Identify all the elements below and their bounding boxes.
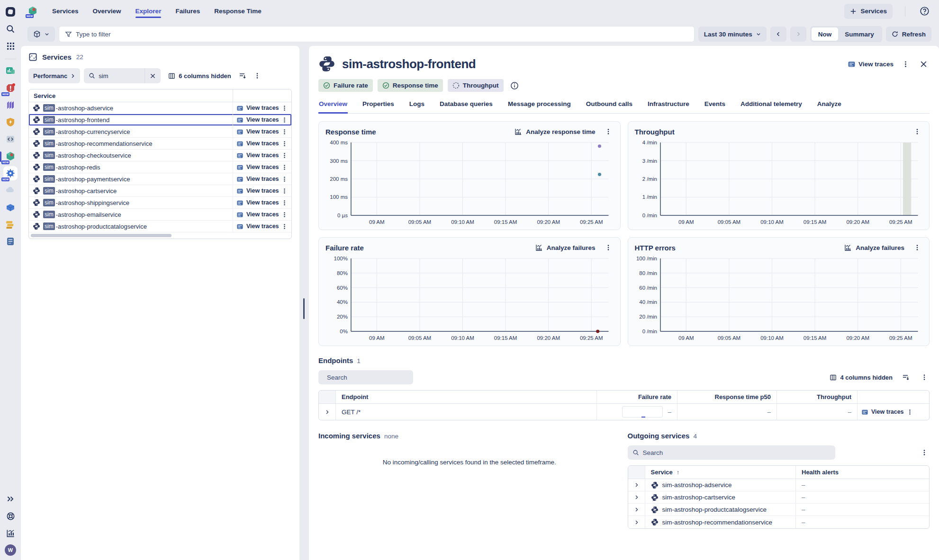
tab-outbound-calls[interactable]: Outbound calls <box>586 99 633 114</box>
view-traces-button[interactable]: View traces <box>236 116 279 124</box>
services-app-small-icon[interactable]: NEW <box>27 6 39 17</box>
services-table-menu[interactable] <box>252 71 262 81</box>
service-row-menu[interactable] <box>280 116 289 124</box>
service-row[interactable]: sim-astroshop-frontendView traces <box>29 114 291 126</box>
dashboards-app-icon[interactable] <box>3 64 18 78</box>
endpoint-column-header[interactable]: Endpoint <box>336 393 596 400</box>
service-row[interactable]: sim-astroshop-recommendationserviceView … <box>29 138 291 150</box>
chart-menu[interactable] <box>603 126 614 137</box>
tab-additional-telemetry[interactable]: Additional telemetry <box>740 99 803 114</box>
now-toggle[interactable]: Now <box>812 27 839 41</box>
support-icon[interactable] <box>3 509 18 523</box>
chart-menu[interactable] <box>912 242 922 253</box>
scrollbar-thumb[interactable] <box>31 234 172 237</box>
view-traces-button[interactable]: View traces <box>236 223 279 230</box>
endpoints-menu[interactable] <box>919 372 930 382</box>
view-traces-button[interactable]: View traces <box>848 60 894 68</box>
user-avatar[interactable]: W <box>3 543 18 557</box>
help-icon[interactable] <box>918 4 931 18</box>
service-row[interactable]: sim-astroshop-redisView traces <box>29 161 291 173</box>
view-traces-button[interactable]: View traces <box>236 211 279 218</box>
service-row-menu[interactable] <box>280 222 289 231</box>
close-panel-button[interactable] <box>918 58 930 70</box>
tab-analyze[interactable]: Analyze <box>817 99 842 114</box>
tab-database-queries[interactable]: Database queries <box>439 99 493 114</box>
security-app-icon[interactable] <box>3 115 18 129</box>
expand-endpoint-button[interactable] <box>319 404 336 420</box>
nav-item-explorer[interactable]: Explorer <box>135 1 163 21</box>
nav-item-response-time[interactable]: Response Time <box>213 1 262 21</box>
chart-plot[interactable]: 100 /min80 /min60 /min40 /min20 /min0 /m… <box>635 255 923 343</box>
badge-throughput[interactable]: Throughput <box>448 79 504 92</box>
scope-selector[interactable] <box>27 27 55 42</box>
logs-app-icon[interactable] <box>3 217 18 231</box>
tab-events[interactable]: Events <box>704 99 726 114</box>
cloud-app-icon[interactable] <box>3 183 18 197</box>
view-traces-button[interactable]: View traces <box>236 105 279 112</box>
nav-item-failures[interactable]: Failures <box>174 1 201 21</box>
expand-outgoing-button[interactable] <box>628 479 645 491</box>
analyze-link[interactable]: Analyze failures <box>844 244 904 251</box>
badge-response-time[interactable]: Response time <box>378 79 443 92</box>
chart-menu[interactable] <box>912 126 922 137</box>
code-app-icon[interactable] <box>3 132 18 146</box>
filter-input[interactable] <box>76 31 688 38</box>
chart-plot[interactable]: 4 /min3 /min2 /min1 /min0 /min09 AM09:05… <box>635 139 923 227</box>
endpoint-menu[interactable] <box>906 408 914 416</box>
service-row-menu[interactable] <box>280 187 289 195</box>
service-row-menu[interactable] <box>280 175 289 183</box>
service-column-header[interactable]: Service <box>29 92 233 99</box>
hosts-app-icon[interactable] <box>3 200 18 214</box>
settings-app-icon[interactable]: NEW <box>3 166 18 180</box>
service-row[interactable]: sim-astroshop-cartserviceView traces <box>29 185 291 197</box>
service-row[interactable]: sim-astroshop-adserviceView traces <box>29 102 291 114</box>
outgoing-service-row[interactable]: sim-astroshop-recommendationservice– <box>628 516 930 528</box>
resize-handle[interactable] <box>303 298 305 319</box>
service-row-menu[interactable] <box>280 128 289 136</box>
service-row[interactable]: sim-astroshop-paymentserviceView traces <box>29 173 291 185</box>
sort-button[interactable] <box>237 70 248 81</box>
endpoint-row[interactable]: GET /*–––View traces <box>319 404 929 420</box>
tab-properties[interactable]: Properties <box>362 99 395 114</box>
services-search-input[interactable] <box>99 72 132 80</box>
outgoing-service-row[interactable]: sim-astroshop-adservice– <box>628 479 930 491</box>
outgoing-search-input[interactable] <box>643 449 831 456</box>
resources-app-icon[interactable] <box>3 98 18 112</box>
detail-menu[interactable] <box>900 59 911 70</box>
failure-rate-column-header[interactable]: Failure rate <box>596 391 677 403</box>
performance-filter-pill[interactable]: Performanc <box>28 68 80 83</box>
view-traces-button[interactable]: View traces <box>861 409 904 416</box>
database-app-icon[interactable] <box>3 234 18 249</box>
service-row[interactable]: sim-astroshop-checkoutserviceView traces <box>29 150 291 161</box>
time-forward-button[interactable] <box>790 27 806 42</box>
expand-outgoing-button[interactable] <box>628 504 645 516</box>
chart-plot[interactable]: 100%80%60%40%20%0%09 AM09:05 AM09:10 AM0… <box>325 255 614 343</box>
outgoing-service-column-header[interactable]: Service ↑ <box>645 469 796 476</box>
clear-search-button[interactable] <box>144 68 161 83</box>
usage-chart-icon[interactable] <box>3 526 18 540</box>
analyze-link[interactable]: Analyze response time <box>515 128 595 135</box>
endpoints-search-input[interactable] <box>327 374 411 381</box>
service-row[interactable]: sim-astroshop-currencyserviceView traces <box>29 126 291 138</box>
view-traces-button[interactable]: View traces <box>236 140 279 147</box>
view-traces-button[interactable]: View traces <box>236 128 279 135</box>
service-row-menu[interactable] <box>280 151 289 160</box>
expand-outgoing-button[interactable] <box>628 491 645 503</box>
endpoints-sort-button[interactable] <box>900 372 912 383</box>
endpoints-columns-hidden[interactable]: 4 columns hidden <box>830 374 893 381</box>
expand-rail-icon[interactable] <box>3 492 18 506</box>
view-traces-button[interactable]: View traces <box>236 176 279 183</box>
service-row-menu[interactable] <box>280 199 289 207</box>
service-row-menu[interactable] <box>280 140 289 148</box>
apps-grid-icon[interactable] <box>3 39 18 53</box>
tab-message-processing[interactable]: Message processing <box>507 99 571 114</box>
view-traces-button[interactable]: View traces <box>236 199 279 206</box>
p50-column-header[interactable]: Response time p50 <box>677 391 776 403</box>
services-app-icon[interactable]: NEW <box>3 149 18 163</box>
chart-plot[interactable]: 400 ms300 ms200 ms100 ms0 µs09 AM09:05 A… <box>325 139 614 227</box>
health-alerts-column-header[interactable]: Health alerts <box>795 466 929 479</box>
add-services-button[interactable]: Services <box>844 4 893 19</box>
alerts-app-icon[interactable]: NEW <box>3 81 18 95</box>
chart-menu[interactable] <box>603 242 614 253</box>
dash0-logo[interactable] <box>3 5 18 19</box>
